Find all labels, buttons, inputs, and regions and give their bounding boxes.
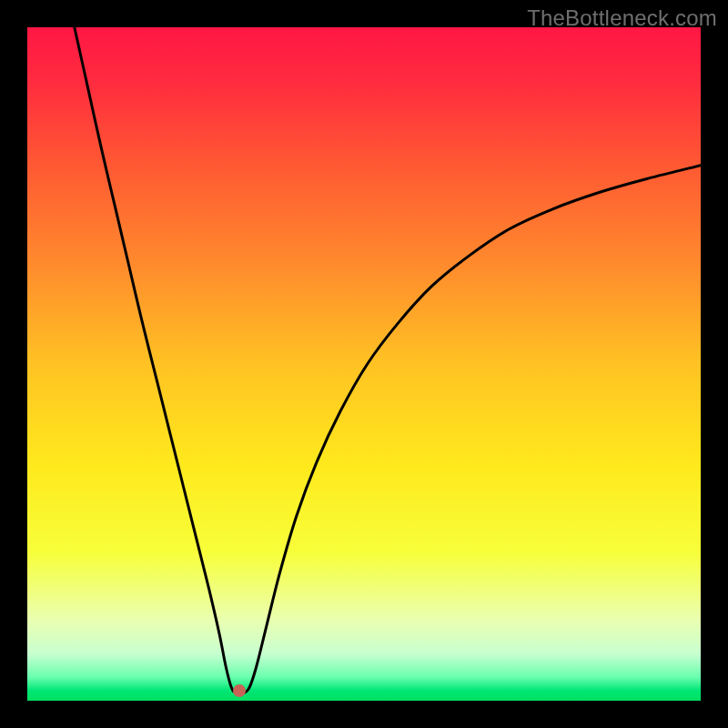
chart-frame xyxy=(27,27,701,701)
optimal-point-marker xyxy=(233,684,246,697)
gradient-background xyxy=(27,27,701,701)
bottleneck-chart xyxy=(27,27,701,701)
